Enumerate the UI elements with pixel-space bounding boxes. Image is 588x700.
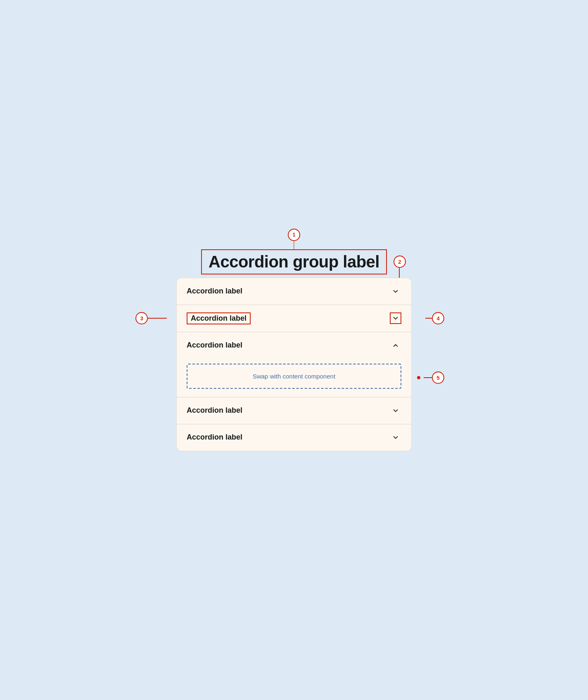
- accordion-content-3: Swap with content component 5: [177, 359, 411, 397]
- accordion-label-5: Accordion label: [187, 433, 242, 442]
- annotation-4-wrapper: 4: [425, 312, 444, 324]
- chevron-down-icon-5[interactable]: [390, 432, 401, 443]
- annotation-3-wrapper: 3: [135, 312, 167, 324]
- accordion-header-5[interactable]: Accordion label: [177, 424, 411, 451]
- chevron-down-icon-4[interactable]: [390, 405, 401, 416]
- accordion-item-3: Accordion label Swap with content compon…: [177, 332, 411, 397]
- accordion-item-2: Accordion label 3 4: [177, 305, 411, 332]
- content-placeholder: Swap with content component: [187, 364, 401, 389]
- annotation-1: 1: [288, 229, 300, 241]
- annotation-4-line: [425, 318, 432, 319]
- annotation-2: 2: [394, 255, 406, 268]
- accordion-group-label: Accordion group label: [201, 249, 387, 274]
- annotation-5: 5: [432, 371, 444, 384]
- main-container: 1 Accordion group label 2 Accordion labe…: [166, 249, 422, 451]
- accordion-item-4: Accordion label: [177, 397, 411, 424]
- accordion-label-2: Accordion label: [187, 312, 251, 324]
- accordion-item-1: Accordion label: [177, 278, 411, 305]
- annotation-5-wrapper: 5: [417, 371, 444, 384]
- group-label-area: 1 Accordion group label 2: [201, 249, 387, 274]
- chevron-down-icon-2[interactable]: [390, 312, 401, 324]
- accordion-item-5: Accordion label: [177, 424, 411, 451]
- annotation-3-line: [148, 318, 167, 319]
- chevron-up-icon-3[interactable]: [390, 340, 401, 351]
- accordion-header-3[interactable]: Accordion label: [177, 332, 411, 359]
- accordion-group: Accordion label Accordion label: [176, 278, 412, 451]
- annotation-3: 3: [135, 312, 148, 324]
- accordion-label-1: Accordion label: [187, 287, 242, 296]
- accordion-header-2[interactable]: Accordion label: [177, 305, 411, 332]
- annotation-5-line: [424, 377, 432, 378]
- accordion-label-4: Accordion label: [187, 406, 242, 415]
- annotation-5-dot: [417, 376, 420, 379]
- annotation-4: 4: [432, 312, 444, 324]
- accordion-label-3: Accordion label: [187, 341, 242, 350]
- chevron-down-icon-1[interactable]: [390, 286, 401, 297]
- accordion-header-1[interactable]: Accordion label: [177, 278, 411, 305]
- accordion-header-4[interactable]: Accordion label: [177, 397, 411, 424]
